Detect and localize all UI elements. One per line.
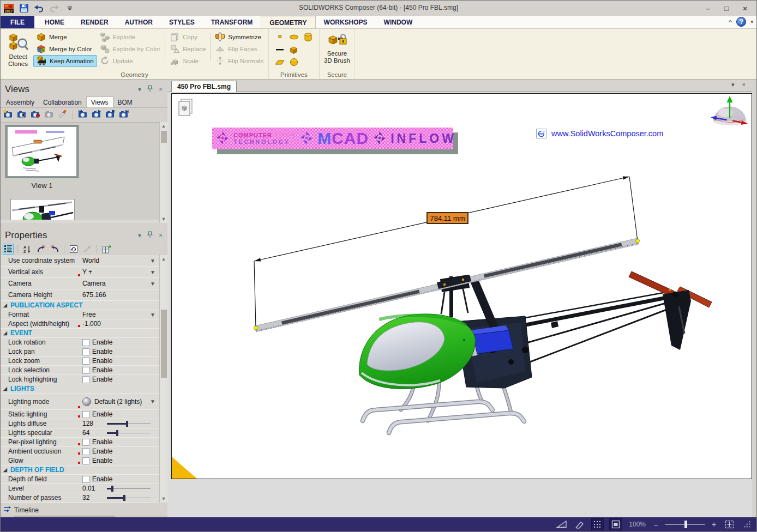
slider[interactable] <box>107 485 151 492</box>
views-pin-icon[interactable] <box>147 85 153 94</box>
properties-menu-icon[interactable]: ▾ <box>138 232 141 239</box>
merge-by-color-button[interactable]: Merge by Color <box>33 43 97 55</box>
expand-groups-icon[interactable] <box>35 244 46 255</box>
play-view-camera-icon[interactable] <box>92 110 101 120</box>
property-value[interactable]: -1.000 <box>82 320 159 328</box>
plane-primitive-button[interactable] <box>274 58 285 68</box>
property-section-publication-aspect[interactable]: ◢PUBLICATION ASPECT <box>1 301 159 310</box>
property-dropdown[interactable]: Camera▼ <box>82 280 159 287</box>
properties-pin-icon[interactable] <box>147 231 153 240</box>
point-primitive-button[interactable] <box>274 33 285 43</box>
property-checkbox[interactable]: Enable <box>82 338 159 346</box>
checkbox[interactable] <box>82 448 89 455</box>
full-screen-icon[interactable] <box>723 518 736 530</box>
ribbon-tab-transform[interactable]: TRANSFORM <box>203 16 261 28</box>
helicopter-3d-scene[interactable] <box>172 94 752 479</box>
collapse-ribbon-icon[interactable]: ^ <box>728 19 732 25</box>
zoom-in-button[interactable]: + <box>710 520 718 529</box>
redo-icon[interactable] <box>49 2 60 14</box>
measurement-label[interactable]: 784.11 mm <box>426 212 468 224</box>
paint-view-icon[interactable] <box>58 110 68 120</box>
measure-ruler-icon[interactable] <box>555 518 568 530</box>
property-checkbox[interactable]: Enable <box>82 366 159 374</box>
dropdown-arrow-icon[interactable]: ▼ <box>150 258 155 264</box>
next-view-camera-icon[interactable] <box>119 110 129 120</box>
record-view-camera-icon[interactable] <box>31 110 40 120</box>
paper-sheet[interactable]: COMPUTERAIDED TECHNOLOGY MCAD INFLOW <box>171 93 752 479</box>
scroll-up-icon[interactable]: ▲ <box>160 122 167 130</box>
property-checkbox[interactable]: Enable <box>82 357 159 365</box>
minimize-button[interactable]: – <box>699 2 717 15</box>
ribbon-tab-geometry[interactable]: GEOMETRY <box>261 16 315 28</box>
cylinder-primitive-button[interactable] <box>303 33 314 43</box>
maximize-button[interactable]: □ <box>717 2 736 15</box>
ribbon-tab-window[interactable]: WINDOW <box>376 16 421 28</box>
ribbon-tab-styles[interactable]: STYLES <box>161 16 203 28</box>
ellipse-primitive-button[interactable] <box>289 33 299 43</box>
property-value[interactable]: 675.166 <box>82 291 159 299</box>
helicopter-model[interactable] <box>255 238 712 433</box>
dropdown-arrow-icon[interactable]: ▼ <box>150 312 155 318</box>
sort-az-icon[interactable]: AZ <box>22 244 33 255</box>
checkbox[interactable] <box>82 348 89 355</box>
checkbox[interactable] <box>82 367 89 374</box>
zoom-out-button[interactable]: – <box>652 520 660 529</box>
help-dropdown-icon[interactable]: ▾ <box>750 19 753 25</box>
view-thumbnail[interactable] <box>6 125 78 178</box>
checkbox[interactable] <box>82 358 89 365</box>
views-tab-assembly[interactable]: Assembly <box>2 97 39 107</box>
dropdown-arrow-icon[interactable]: ▼ <box>150 398 155 404</box>
checkbox[interactable] <box>82 376 89 383</box>
ribbon-tab-home[interactable]: HOME <box>37 16 73 28</box>
views-horizontal-scrollbar[interactable] <box>1 220 159 223</box>
canvas[interactable]: COMPUTERAIDED TECHNOLOGY MCAD INFLOW <box>167 92 752 517</box>
timeline-bar[interactable]: Timeline <box>1 505 167 515</box>
zoom-slider[interactable] <box>665 521 705 528</box>
help-icon[interactable]: ? <box>736 17 746 27</box>
slider[interactable] <box>107 430 151 437</box>
checkbox[interactable] <box>82 439 89 446</box>
app-logo-icon[interactable]: 2017 <box>3 2 14 14</box>
line-primitive-button[interactable] <box>274 46 285 55</box>
ribbon-tab-author[interactable]: AUTHOR <box>117 16 161 28</box>
detect-clones-button[interactable]: DetectClones <box>3 31 33 71</box>
close-button[interactable]: × <box>736 2 754 15</box>
checkbox[interactable] <box>82 339 89 346</box>
dropdown-arrow-icon[interactable]: ▼ <box>150 281 155 287</box>
previous-view-camera-icon[interactable] <box>78 110 88 120</box>
property-section-depth-of-field[interactable]: ◢DEPTH OF FIELD <box>1 466 159 475</box>
scroll-down-icon[interactable]: ▼ <box>160 215 167 223</box>
create-view-camera-icon[interactable] <box>3 110 13 120</box>
scroll-up-icon[interactable]: ▲ <box>160 255 167 263</box>
property-checkbox[interactable]: Enable <box>82 410 159 418</box>
secure-3d-brush-button[interactable]: Secure3D Brush <box>322 31 352 71</box>
views-close-icon[interactable]: × <box>159 86 163 93</box>
grid-snap-icon[interactable] <box>591 518 604 530</box>
ribbon-tab-file[interactable]: FILE <box>1 16 34 28</box>
properties-close-icon[interactable]: × <box>159 232 163 239</box>
property-checkbox[interactable]: Enable <box>82 438 159 446</box>
property-checkbox[interactable]: Enable <box>82 376 159 383</box>
checkbox[interactable] <box>82 411 89 418</box>
save-icon[interactable] <box>18 2 29 14</box>
ribbon-tab-render[interactable]: RENDER <box>73 16 117 28</box>
slider[interactable] <box>107 420 151 427</box>
document-list-icon[interactable]: ▾ <box>731 81 735 88</box>
views-tab-bom[interactable]: BOM <box>113 97 137 107</box>
property-dropdown[interactable]: World▼ <box>82 257 159 264</box>
customize-grid-icon[interactable] <box>101 244 112 255</box>
fit-page-icon[interactable] <box>609 518 622 530</box>
dropdown-arrow-icon[interactable]: ▼ <box>150 269 155 275</box>
views-tab-views[interactable]: Views <box>86 96 113 107</box>
property-checkbox[interactable]: Enable <box>82 457 159 464</box>
property-checkbox[interactable]: Enable <box>82 348 159 355</box>
checkbox[interactable] <box>82 476 89 483</box>
property-dropdown[interactable]: Y +▼ <box>82 268 159 276</box>
sphere-primitive-button[interactable] <box>289 58 299 68</box>
categorized-icon[interactable] <box>3 244 14 255</box>
symmetrize-button[interactable]: Symmetrize <box>212 31 266 43</box>
ribbon-tab-workshops[interactable]: WORKSHOPS <box>316 16 376 28</box>
resize-grip-icon[interactable] <box>741 518 754 530</box>
checkbox[interactable] <box>82 457 89 464</box>
property-checkbox[interactable]: Enable <box>82 448 159 455</box>
